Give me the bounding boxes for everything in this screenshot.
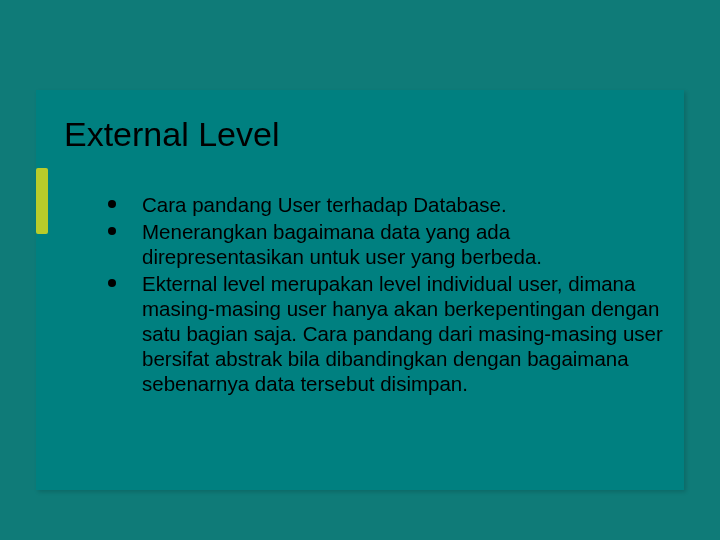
slide-title: External Level — [64, 115, 279, 154]
list-item: Menerangkan bagaimana data yang ada dire… — [108, 219, 668, 269]
bullet-list: Cara pandang User terhadap Database. Men… — [108, 192, 668, 398]
list-item: Ekternal level merupakan level individua… — [108, 271, 668, 396]
slide: External Level Cara pandang User terhada… — [0, 0, 720, 540]
list-item: Cara pandang User terhadap Database. — [108, 192, 668, 217]
bullet-text: Cara pandang User terhadap Database. — [142, 193, 507, 216]
bullet-text: Menerangkan bagaimana data yang ada dire… — [142, 220, 542, 268]
accent-bar — [36, 168, 48, 234]
bullet-text: Ekternal level merupakan level individua… — [142, 272, 663, 395]
